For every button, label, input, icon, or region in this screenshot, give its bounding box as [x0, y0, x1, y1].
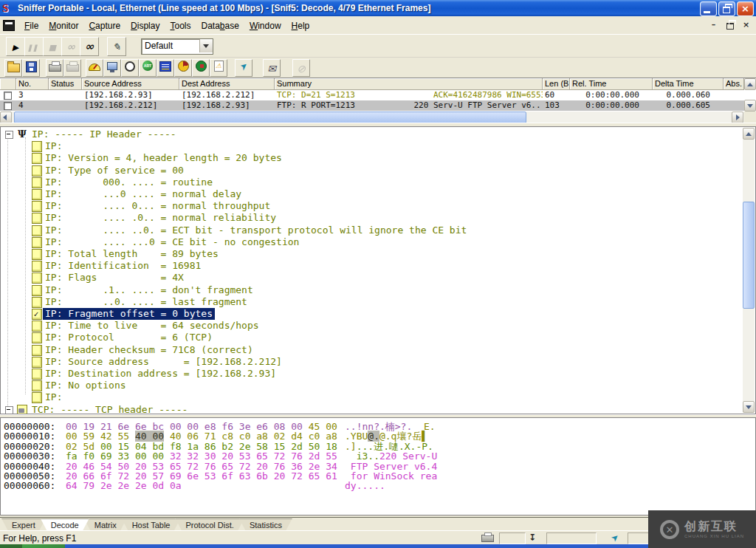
- restore-button[interactable]: [718, 1, 735, 16]
- decode-row[interactable]: IP: Identification = 16981: [2, 260, 740, 272]
- packet-list: No.StatusSource AddressDest AddressSumma…: [0, 78, 756, 123]
- filter-profile-combo[interactable]: Default: [141, 38, 213, 55]
- tab-expert[interactable]: Expert: [1, 518, 46, 531]
- decode-row-text: IP: Type of service = 00: [43, 165, 186, 177]
- decode-row[interactable]: IP: Fragment offset = 0 bytes: [2, 308, 740, 320]
- packet-checkbox[interactable]: [4, 102, 12, 110]
- expand-toggle-icon[interactable]: [5, 131, 13, 139]
- menu-file[interactable]: File: [19, 19, 44, 32]
- column-header-delta_time[interactable]: Delta Time: [653, 78, 724, 90]
- scroll-left-button[interactable]: [0, 112, 12, 123]
- decode-row-text: IP: Destination address = [192.168.2.93]: [43, 368, 278, 380]
- child-restore-button[interactable]: [723, 19, 737, 32]
- column-header-len[interactable]: Len (B: [543, 78, 570, 90]
- minimize-button[interactable]: [700, 1, 717, 16]
- packet-checkbox[interactable]: [4, 92, 12, 100]
- column-header-status[interactable]: Status: [49, 78, 82, 90]
- decode-row[interactable]: IP: .1.. .... = don't fragment: [2, 284, 740, 296]
- packet-row[interactable]: 4[192.168.2.212][192.168.2.93]FTP: R POR…: [0, 100, 744, 111]
- decode-row[interactable]: IP: Total length = 89 bytes: [2, 248, 740, 260]
- decode-row[interactable]: IP: Time to live = 64 seconds/hops: [2, 320, 740, 332]
- tab-host-table[interactable]: Host Table: [122, 518, 181, 531]
- packet-scroll-down-button[interactable]: [744, 100, 756, 112]
- menu-capture[interactable]: Capture: [83, 19, 126, 32]
- column-header-source[interactable]: Source Address: [82, 78, 179, 90]
- open-file-button[interactable]: [4, 59, 22, 77]
- hex-row[interactable]: 00000060:64 79 2e 2e 2e 0d 0ady.....: [1, 481, 755, 491]
- tab-statistics[interactable]: Statistics: [239, 518, 292, 531]
- decode-row[interactable]: IP: Destination address = [192.168.2.93]: [2, 368, 740, 380]
- column-header-no[interactable]: No.: [16, 78, 49, 90]
- decode-row[interactable]: TCP: ----- TCP header -----: [2, 404, 740, 414]
- mdi-child-icon: [3, 20, 15, 31]
- decode-row[interactable]: IP: Protocol = 6 (TCP): [2, 332, 740, 343]
- child-close-button[interactable]: ×: [739, 19, 753, 32]
- decode-row[interactable]: IP: ----- IP Header -----: [2, 129, 740, 140]
- packet-list-hscrollbar[interactable]: [0, 112, 744, 123]
- decode-row[interactable]: IP: Source address = [192.168.2.212]: [2, 356, 740, 368]
- status-help-text: For Help, press F1: [3, 533, 76, 544]
- decode-row[interactable]: IP: .... 0... = normal throughput: [2, 200, 740, 212]
- matrix-button[interactable]: [121, 59, 139, 77]
- save-button[interactable]: [22, 59, 40, 77]
- decode-row[interactable]: IP: ..0. .... = last fragment: [2, 296, 740, 308]
- column-header-cb[interactable]: [0, 78, 16, 90]
- column-header-abs_time[interactable]: Abs. Time: [724, 78, 744, 90]
- stop-and-display-button: [61, 37, 80, 56]
- packet-scroll-up-button[interactable]: [744, 78, 756, 90]
- global-statistics-button[interactable]: [192, 59, 210, 77]
- decode-row[interactable]: IP: ...0 .... = normal delay: [2, 188, 740, 200]
- statistics-pie-button[interactable]: [174, 59, 192, 77]
- decode-row[interactable]: IP: No options: [2, 380, 740, 391]
- tab-decode[interactable]: Decode: [41, 518, 89, 531]
- define-filter-button[interactable]: [107, 37, 126, 56]
- decode-row[interactable]: IP: .... .0.. = normal reliability: [2, 212, 740, 224]
- tab-protocol-dist-[interactable]: Protocol Dist.: [175, 518, 244, 531]
- note-icon: [32, 249, 42, 260]
- start-capture-icon: [10, 39, 21, 51]
- tree-scroll-thumb[interactable]: [743, 202, 755, 309]
- column-header-summary[interactable]: Summary: [275, 78, 543, 90]
- decode-row[interactable]: IP: Header checksum = 71C8 (correct): [2, 344, 740, 356]
- decode-row[interactable]: IP: .... ..0. = ECT bit - transport prot…: [2, 225, 740, 236]
- decode-row-text: IP: ----- IP Header -----: [30, 129, 179, 140]
- display-captured-data-button[interactable]: [80, 37, 99, 56]
- decode-row[interactable]: IP: Type of service = 00: [2, 165, 740, 177]
- decode-row[interactable]: IP:: [2, 140, 740, 152]
- column-header-rel_time[interactable]: Rel. Time: [570, 78, 653, 90]
- hscroll-thumb[interactable]: [14, 112, 526, 123]
- child-minimize-button[interactable]: –: [707, 19, 721, 32]
- start-capture-button[interactable]: [6, 37, 25, 56]
- print-button[interactable]: [46, 59, 63, 77]
- capture-filter-button[interactable]: [235, 59, 252, 77]
- menu-window[interactable]: Window: [244, 19, 286, 32]
- decode-vscrollbar[interactable]: [743, 128, 755, 413]
- tree-scroll-up-button[interactable]: [743, 128, 755, 140]
- protocol-distribution-button[interactable]: [157, 59, 174, 77]
- menu-display[interactable]: Display: [126, 19, 165, 32]
- cell-dest: [192.168.2.212]: [179, 90, 275, 100]
- send-mail-button[interactable]: [263, 59, 281, 77]
- close-button[interactable]: ×: [737, 1, 754, 16]
- decode-row[interactable]: IP: Flags = 4X: [2, 272, 740, 284]
- menu-monitor[interactable]: Monitor: [44, 19, 83, 32]
- decode-row[interactable]: IP: .... ...0 = CE bit - no congestion: [2, 236, 740, 248]
- print-preview-button: [63, 59, 81, 77]
- decode-row[interactable]: IP: 000. .... = routine: [2, 177, 740, 188]
- tree-scroll-down-button[interactable]: [743, 401, 755, 413]
- decode-row[interactable]: IP:: [2, 391, 740, 403]
- expand-toggle-icon[interactable]: [5, 406, 13, 414]
- application-response-time-button[interactable]: [139, 59, 157, 77]
- scroll-right-button[interactable]: [732, 112, 743, 123]
- tab-matrix[interactable]: Matrix: [84, 518, 127, 531]
- menu-database[interactable]: Database: [196, 19, 244, 32]
- dashboard-button[interactable]: [86, 59, 103, 77]
- column-header-dest[interactable]: Dest Address: [179, 78, 275, 90]
- host-table-button[interactable]: [103, 59, 121, 77]
- menu-help[interactable]: Help: [286, 19, 315, 32]
- menu-tools[interactable]: Tools: [165, 19, 196, 32]
- packet-row[interactable]: 3[192.168.2.93][192.168.2.212]TCP: D=21 …: [0, 90, 744, 100]
- combo-dropdown-icon[interactable]: [199, 39, 213, 52]
- alarm-log-button[interactable]: [210, 59, 227, 77]
- decode-row[interactable]: IP: Version = 4, header length = 20 byte…: [2, 152, 740, 164]
